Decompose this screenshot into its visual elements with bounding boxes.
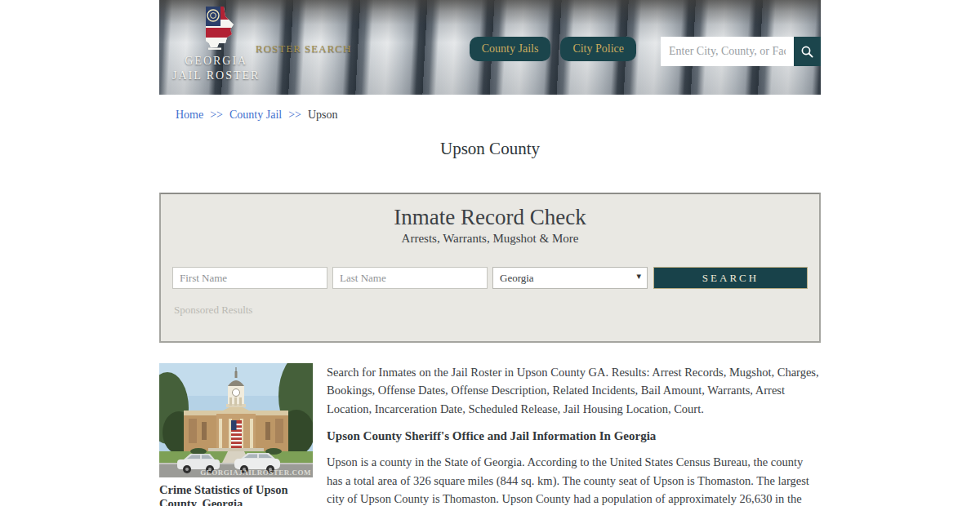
right-column: Search for Inmates on the Jail Roster in… (327, 363, 821, 506)
state-select-wrap: Georgia ▾ (492, 267, 648, 289)
county-jails-button[interactable]: County Jails (470, 37, 551, 61)
body-paragraph: Upson is a county in the State of Georgi… (327, 453, 821, 506)
facility-search-box (661, 37, 821, 66)
facility-search-button[interactable] (794, 37, 821, 66)
georgia-flag-icon (194, 5, 238, 52)
city-police-button[interactable]: City Police (560, 37, 636, 61)
sponsored-results-label: Sponsored Results (174, 304, 808, 317)
breadcrumb: Home>>County Jail>>Upson (159, 95, 821, 122)
first-name-input[interactable] (172, 267, 327, 289)
state-select[interactable]: Georgia (492, 267, 648, 289)
breadcrumb-home-link[interactable]: Home (176, 109, 203, 121)
logo-text-line1: GEORGIA (172, 54, 260, 69)
logo-text-line2: JAIL ROSTER (172, 69, 260, 83)
page-title: Upson County (159, 139, 821, 159)
nav-roster-search[interactable]: ROSTER SEARCH (256, 42, 351, 55)
site-column: GEORGIA JAIL ROSTER ROSTER SEARCH County… (159, 0, 821, 506)
last-name-input[interactable] (332, 267, 488, 289)
header-nav-group: County Jails City Police (470, 37, 821, 66)
facility-search-input[interactable] (661, 37, 794, 66)
record-check-subtitle: Arrests, Warrants, Mugshot & More (172, 232, 808, 246)
record-check-form: Georgia ▾ SEARCH (172, 267, 808, 289)
inmate-record-check-panel: Inmate Record Check Arrests, Warrants, M… (159, 193, 821, 343)
breadcrumb-separator: >> (288, 109, 301, 121)
content-area: GEORGIAJAILROSTER.COM Crime Statistics o… (159, 363, 821, 506)
intro-paragraph: Search for Inmates on the Jail Roster in… (327, 363, 821, 418)
breadcrumb-county-jail-link[interactable]: County Jail (229, 109, 282, 121)
image-caption: Crime Statistics of Upson County, Georgi… (159, 483, 313, 506)
record-check-title: Inmate Record Check (172, 205, 808, 230)
search-icon (800, 45, 814, 59)
record-search-button[interactable]: SEARCH (653, 267, 808, 289)
breadcrumb-separator: >> (210, 109, 223, 121)
breadcrumb-current: Upson (308, 109, 338, 121)
header-banner: GEORGIA JAIL ROSTER ROSTER SEARCH County… (159, 0, 821, 95)
image-watermark: GEORGIAJAILROSTER.COM (200, 468, 311, 477)
site-logo[interactable]: GEORGIA JAIL ROSTER (172, 5, 260, 82)
left-column: GEORGIAJAILROSTER.COM Crime Statistics o… (159, 363, 313, 506)
courthouse-image: GEORGIAJAILROSTER.COM (159, 363, 313, 477)
section-heading: Upson County Sheriff's Office and Jail I… (327, 429, 821, 443)
